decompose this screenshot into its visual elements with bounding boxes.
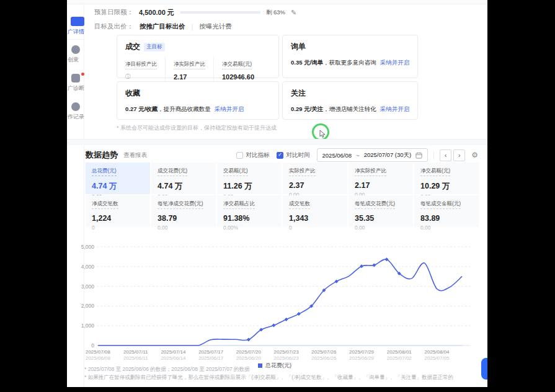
notification-dot [81, 73, 84, 76]
trend-chart: 01,0002,0003,0004,0005,0002025/07/082025… [67, 241, 479, 370]
view-report-link[interactable]: 查看报表 [123, 151, 147, 159]
budget-remaining: 剩 63% [266, 9, 285, 17]
chart-footnote-1: * 2025/07/08 至 2025/08/06 的数据；2025/06/08… [84, 366, 250, 373]
metric-card-8[interactable]: 净交易额占比 91.38% 0.00% [217, 195, 282, 227]
info-icon[interactable]: ⓘ [125, 73, 131, 81]
metric-card-1[interactable]: 成交花费(元) 4.74 万 0.00 [151, 163, 216, 194]
goal-card-title: 收藏 [125, 88, 140, 99]
tab-bid-by-impression[interactable]: 按曝光计费 [199, 22, 232, 31]
compare-metric-checkbox[interactable] [236, 152, 243, 159]
sidebar-item-creative[interactable]: 创意 [68, 56, 86, 64]
metric-card-5[interactable]: 净交易额(元) 10.29 万 0.00 [414, 163, 479, 194]
svg-text:2,000: 2,000 [81, 303, 95, 309]
svg-text:4,000: 4,000 [81, 264, 95, 270]
trends-title: 数据趋势 [86, 149, 118, 161]
svg-text:2025/06/08: 2025/06/08 [86, 355, 111, 361]
sidebar-item-detail-icon[interactable] [71, 17, 84, 26]
tab-separator: | [192, 23, 193, 30]
goal-card-inquiry[interactable]: 询单 0.35 元/询单，获取更多意向咨询采纳并开启 [282, 35, 418, 78]
trends-header: 数据趋势 查看报表 对比指标 对比时间 2025/06/08 ~ 2025/07… [86, 148, 478, 162]
clock-icon[interactable] [71, 102, 80, 111]
top-divider [67, 0, 487, 4]
date-start: 2025/06/08 [322, 152, 352, 159]
daily-budget-value: 4,500.00 元 [139, 8, 174, 17]
svg-text:0: 0 [91, 342, 94, 349]
svg-text:2025/08/04: 2025/08/04 [424, 349, 450, 355]
gear-icon[interactable]: ⚙ [471, 151, 478, 159]
date-end: 2025/07/07 (30天) [364, 151, 412, 159]
svg-text:1,000: 1,000 [81, 323, 95, 329]
daily-budget-row: 预算日限额： 4,500.00 元 剩 63% ✎ [94, 7, 296, 18]
camera-icon[interactable] [71, 74, 80, 82]
svg-text:2025/07/11: 2025/07/11 [123, 349, 148, 355]
sidebar-item-log[interactable]: 作记录 [68, 113, 86, 121]
goal-cards: 成交 主目标 净目标投产比 ⓘ 2.45 ✎ 净实际投产比 2.17 净交易额(… [117, 35, 380, 120]
metric-card-2[interactable]: 交易额(元) 11.26 万 0.00 [217, 163, 282, 194]
svg-text:2025/07/26: 2025/07/26 [311, 349, 337, 355]
svg-text:2025/07/23: 2025/07/23 [274, 349, 300, 355]
svg-text:2025/07/29: 2025/07/29 [349, 349, 375, 355]
svg-text:2025/06/11: 2025/06/11 [123, 355, 148, 361]
metric-card-7[interactable]: 每笔净成交花费(元) 38.79 0.00 [151, 195, 216, 227]
floating-side-button[interactable] [481, 358, 487, 380]
click-indicator-ring [312, 123, 329, 141]
svg-text:2025/06/17: 2025/06/17 [198, 355, 224, 361]
svg-text:2025/07/05: 2025/07/05 [424, 355, 450, 361]
compare-metric-label: 对比指标 [246, 151, 270, 159]
sidebar-divider [67, 39, 84, 40]
goal-bid-label: 目标及出价： [94, 22, 133, 31]
lightbulb-icon[interactable] [71, 45, 80, 54]
goal-card-title: 询单 [291, 42, 306, 52]
metric-card-10[interactable]: 每笔成交花费(元) 35.35 0.00 [349, 195, 413, 227]
edit-icon[interactable]: ✎ [291, 9, 296, 16]
date-range-picker[interactable]: 2025/06/08 ~ 2025/07/07 (30天) [317, 148, 428, 162]
tab-bid-by-goal[interactable]: 按推广目标出价 [140, 22, 185, 31]
goal-note: * 系统会尽可能达成你设置的目标，保持稳定投放有助于提升达成 [117, 124, 277, 132]
goal-card-title: 关注 [291, 88, 306, 99]
prev-period-button[interactable]: ‹ [440, 149, 451, 161]
goal-card-favorite[interactable]: 收藏 0.27 元/收藏，提升商品收藏数量采纳并开启 [117, 81, 279, 120]
daily-budget-label: 预算日限额： [94, 8, 133, 17]
compare-time-checkbox[interactable] [277, 152, 283, 159]
svg-text:2025/07/14: 2025/07/14 [161, 349, 186, 355]
svg-text:2025/06/29: 2025/06/29 [349, 355, 375, 361]
svg-text:2025/08/01: 2025/08/01 [387, 349, 412, 355]
chart-footnote-2: * 如果推广在暂停或删除前已经获得了曝光，那么在暂停或删除后展示「(净)交易额」… [84, 374, 453, 381]
next-period-button[interactable]: › [453, 149, 465, 161]
metric-card-4[interactable]: 净实际投产比 2.17 0.00 [349, 163, 413, 194]
legend-label: 总花费(元) [265, 362, 291, 370]
svg-text:2025/06/14: 2025/06/14 [161, 355, 186, 361]
svg-text:2025/07/20: 2025/07/20 [236, 349, 262, 355]
svg-text:2025/07/08: 2025/07/08 [86, 349, 111, 355]
metric-card-3[interactable]: 实际投产比 2.37 0.00 [283, 163, 347, 194]
metric-card-0[interactable]: 总花费(元) 4.74 万 0.00 [86, 163, 150, 194]
divider [433, 151, 434, 159]
metric-card-grid: 总花费(元) 4.74 万 0.00 成交花费(元) 4.74 万 0.00 交… [86, 163, 479, 227]
metric-card-11[interactable]: 每笔成交金额(元) 83.89 0.00 [414, 195, 479, 227]
metric-card-9[interactable]: 成交笔数 1,343 0 [283, 195, 347, 227]
goal-card-follow[interactable]: 关注 0.29 元/关注，增强店铺关注转化采纳并开启 [282, 81, 418, 120]
calendar-icon [415, 152, 422, 159]
legend-swatch [258, 363, 262, 368]
primary-goal-badge: 主目标 [144, 43, 165, 51]
sidebar-item-detail[interactable]: 广详情 [68, 28, 86, 36]
date-separator: ~ [356, 152, 360, 159]
sidebar-item-diagnose[interactable]: 广诊断 [68, 84, 86, 92]
svg-text:2025/06/20: 2025/06/20 [236, 355, 262, 361]
section-divider [67, 139, 487, 145]
svg-text:2025/06/26: 2025/06/26 [311, 355, 337, 361]
svg-text:2025/06/23: 2025/06/23 [274, 355, 300, 361]
goal-bid-row: 目标及出价： 按推广目标出价 | 按曝光计费 [94, 22, 232, 31]
metric-card-6[interactable]: 净成交笔数 1,224 0 [86, 195, 150, 227]
goal-card-title: 成交 [125, 42, 140, 52]
goal-card-deal[interactable]: 成交 主目标 净目标投产比 ⓘ 2.45 ✎ 净实际投产比 2.17 净交易额(… [117, 35, 279, 78]
adopt-enable-link[interactable]: 采纳并开启 [380, 59, 410, 66]
cursor-icon [319, 130, 326, 138]
svg-text:2025/07/02: 2025/07/02 [387, 355, 412, 361]
adopt-enable-link[interactable]: 采纳并开启 [215, 105, 244, 112]
svg-text:3,000: 3,000 [81, 283, 95, 290]
svg-text:5,000: 5,000 [81, 244, 95, 250]
app-window: 广详情 创意 广诊断 作记录 预算日限额： 4,500.00 元 剩 63% ✎… [67, 0, 487, 387]
adopt-enable-link[interactable]: 采纳并开启 [380, 105, 410, 112]
svg-text:2025/07/17: 2025/07/17 [198, 349, 224, 355]
